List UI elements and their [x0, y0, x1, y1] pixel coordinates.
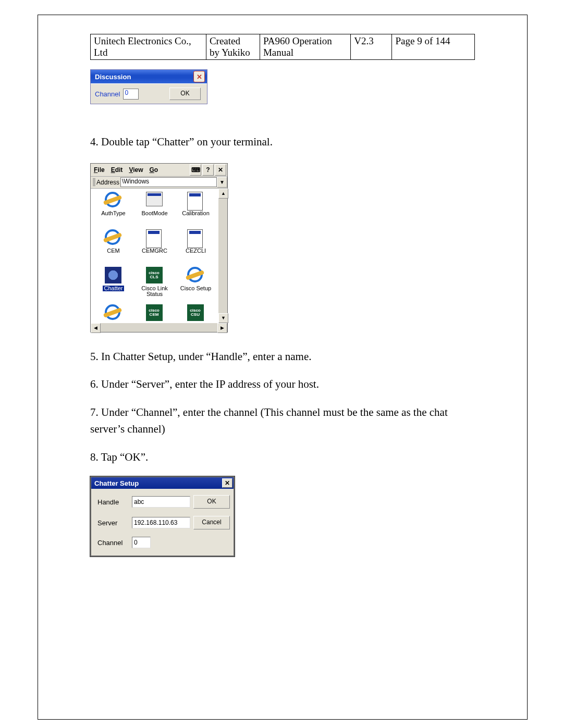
- toolbar-grip-icon[interactable]: [93, 178, 95, 187]
- hdr-company: Unitech Electronics Co., Ltd: [91, 34, 206, 60]
- handle-label: Handle: [97, 498, 129, 506]
- step-6-text: 6. Under “Server”, enter the IP address …: [90, 376, 475, 393]
- discussion-dialog: Discussion ✕ Channel 0 OK: [90, 69, 207, 104]
- keyboard-icon[interactable]: ⌨: [190, 164, 201, 176]
- menu-view[interactable]: View: [129, 166, 143, 174]
- discussion-body: Channel 0 OK: [91, 83, 207, 104]
- close-icon[interactable]: ✕: [215, 164, 226, 176]
- hdr-created: Created by Yukiko: [206, 34, 260, 60]
- document-header-table: Unitech Electronics Co., Ltd Created by …: [90, 34, 475, 60]
- step-8-text: 8. Tap “OK”.: [90, 449, 475, 466]
- hdr-version: V2.3: [351, 34, 392, 60]
- hdr-manual-sub: Manual: [263, 47, 293, 58]
- step-5-text: 5. In Chatter Setup, under “Handle”, ent…: [90, 348, 475, 365]
- program-icon: [146, 192, 163, 206]
- chatter-title: Chatter Setup: [94, 479, 139, 487]
- file-icon-cezcli[interactable]: CEZCLI: [175, 229, 216, 266]
- icon-label: CEM: [107, 248, 119, 254]
- hdr-manual: PA960 Operation Manual: [260, 34, 350, 60]
- chatter-body: Handle abc OK Server 192.168.110.63 Canc…: [91, 489, 234, 556]
- icon-label: Cisco Link Status: [136, 286, 174, 298]
- menu-file[interactable]: File: [94, 166, 105, 174]
- close-icon[interactable]: ✕: [193, 71, 205, 82]
- scroll-track[interactable]: [218, 199, 227, 313]
- help-icon[interactable]: ?: [202, 164, 214, 176]
- icon-label: AuthType: [101, 211, 125, 217]
- scroll-up-icon[interactable]: ▲: [218, 189, 228, 199]
- file-icon-cisco-setup[interactable]: Cisco Setup: [175, 267, 216, 303]
- file-icon-bootmode[interactable]: BootMode: [134, 192, 175, 228]
- cisco-cem-icon: ciscoCEM: [146, 304, 163, 321]
- ie-icon: [105, 304, 120, 320]
- page-content: Unitech Electronics Co., Ltd Created by …: [38, 15, 528, 720]
- chatter-titlebar[interactable]: Chatter Setup ✕: [91, 477, 234, 489]
- cisco-csu-icon: ciscoCSU: [187, 304, 204, 321]
- page-icon: [187, 229, 203, 248]
- discussion-ok-button[interactable]: OK: [169, 88, 201, 100]
- discussion-channel-label: Channel: [95, 90, 120, 98]
- scroll-right-icon[interactable]: ▶: [217, 323, 227, 333]
- file-icon-cem[interactable]: CEM: [93, 229, 134, 266]
- scroll-track[interactable]: [101, 323, 217, 332]
- file-icon-chatter[interactable]: Chatter: [93, 267, 134, 303]
- page-icon: [146, 229, 162, 248]
- discussion-channel-input[interactable]: 0: [123, 89, 139, 100]
- address-input[interactable]: \Windows: [120, 177, 217, 187]
- icon-label: Cisco Setup: [180, 286, 211, 292]
- server-input[interactable]: 192.168.110.63: [132, 517, 190, 528]
- chatter-icon: [105, 267, 121, 283]
- cisco-cls-icon: ciscoCLS: [146, 267, 163, 283]
- page-icon: [187, 192, 203, 211]
- icon-label-selected: Chatter: [103, 286, 124, 292]
- explorer-menubar: File Edit View Go ⌨ ? ✕: [91, 164, 227, 177]
- vertical-scrollbar[interactable]: ▲ ▼: [218, 189, 227, 323]
- server-label: Server: [97, 519, 129, 527]
- address-label: Address: [96, 179, 119, 186]
- icon-label: BootMode: [141, 211, 167, 217]
- icon-label: CEZCLI: [186, 248, 206, 254]
- cancel-button[interactable]: Cancel: [193, 516, 230, 529]
- menu-go[interactable]: Go: [150, 166, 158, 174]
- ie-icon: [105, 192, 120, 207]
- hdr-page: Page 9 of 144: [392, 34, 475, 60]
- hdr-created-by: by Yukiko: [210, 47, 250, 58]
- step-4-text: 4. Double tap “Chatter” on your terminal…: [90, 133, 475, 151]
- chatter-setup-dialog: Chatter Setup ✕ Handle abc OK Server 192…: [90, 476, 235, 557]
- address-dropdown-icon[interactable]: ▼: [217, 177, 227, 188]
- hdr-manual-title: PA960 Operation: [263, 35, 332, 46]
- icon-label: Calibration: [182, 211, 210, 217]
- hdr-created-label: Created: [210, 35, 240, 46]
- explorer-address-bar: Address \Windows ▼: [91, 177, 227, 189]
- file-icon-row4b[interactable]: ciscoCEM: [134, 304, 175, 323]
- ie-icon: [187, 267, 203, 282]
- file-icon-cisco-link-status[interactable]: ciscoCLS Cisco Link Status: [134, 267, 175, 303]
- discussion-titlebar[interactable]: Discussion ✕: [91, 70, 207, 83]
- step-7-text: 7. Under “Channel”, enter the channel (T…: [90, 404, 475, 438]
- file-icon-row4c[interactable]: ciscoCSU: [175, 304, 216, 323]
- ie-icon: [105, 229, 120, 245]
- discussion-title: Discussion: [95, 73, 131, 81]
- file-icon-row4a[interactable]: [93, 304, 134, 323]
- menu-edit[interactable]: Edit: [111, 166, 123, 174]
- close-icon[interactable]: ✕: [222, 478, 232, 488]
- channel-input[interactable]: 0: [132, 537, 151, 548]
- icon-label: CEMGRC: [142, 248, 167, 254]
- channel-label: Channel: [97, 539, 129, 547]
- handle-input[interactable]: abc: [132, 496, 190, 508]
- scroll-down-icon[interactable]: ▼: [218, 313, 228, 323]
- file-icon-authtype[interactable]: AuthType: [93, 192, 134, 228]
- explorer-icon-grid[interactable]: AuthType BootMode Calibration CEM C: [91, 189, 218, 323]
- explorer-content: AuthType BootMode Calibration CEM C: [91, 189, 227, 323]
- horizontal-scrollbar[interactable]: ◀ ▶: [91, 323, 227, 332]
- ok-button[interactable]: OK: [193, 495, 230, 509]
- file-icon-cemgrc[interactable]: CEMGRC: [134, 229, 175, 266]
- file-icon-calibration[interactable]: Calibration: [175, 192, 216, 228]
- explorer-window: File Edit View Go ⌨ ? ✕ Address \Windows…: [90, 163, 228, 332]
- scroll-left-icon[interactable]: ◀: [91, 323, 101, 333]
